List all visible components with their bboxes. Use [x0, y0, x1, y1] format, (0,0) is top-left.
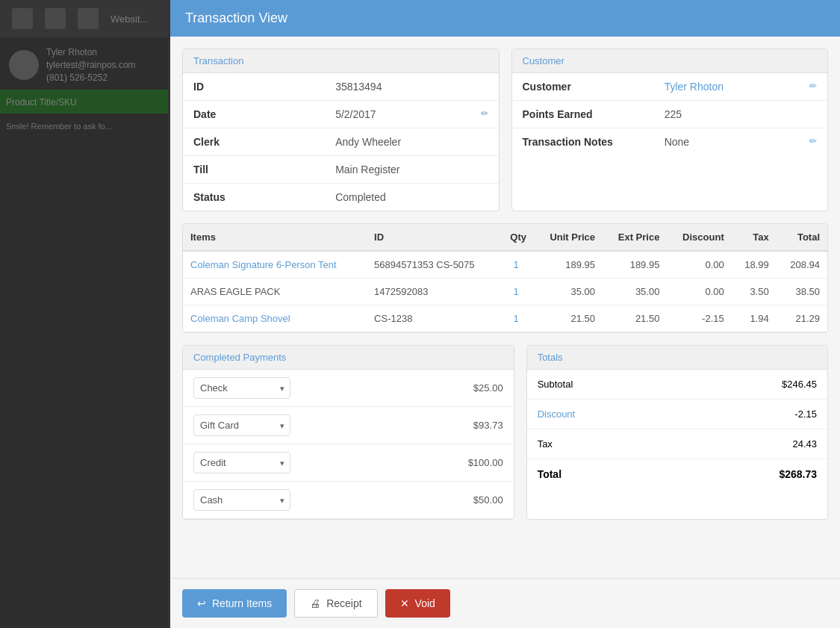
payment-method-select[interactable]: Cash: [193, 489, 290, 511]
payment-method-select[interactable]: Credit: [193, 452, 290, 473]
items-card: Items ID Qty Unit Price Ext Price Discou…: [182, 223, 828, 333]
table-row: Transaction Notes None ✏: [512, 128, 828, 156]
table-row: Clerk Andy Wheeler: [183, 128, 499, 156]
payments-card: Completed Payments Check $25.00 Gift Car…: [182, 345, 514, 520]
totals-header: Totals: [527, 346, 827, 370]
item-discount: 0.00: [667, 279, 731, 305]
notes-edit-icon[interactable]: ✏: [809, 136, 817, 146]
notes-value: None ✏: [654, 128, 827, 156]
item-unit-price: 35.00: [534, 279, 603, 305]
payments-container: Check $25.00 Gift Card $93.73 Credit $10…: [183, 370, 514, 519]
item-ext-price: 189.95: [603, 251, 667, 279]
payment-amount: $100.00: [468, 457, 503, 468]
item-tax: 1.94: [732, 305, 777, 332]
item-ext-price: 21.50: [603, 305, 667, 332]
times-icon: ✕: [400, 597, 409, 609]
customer-card: Customer Customer Tyler Rhoton ✏ Points …: [511, 49, 829, 211]
top-row: Transaction ID 35813494 Date 5/2/2017 ✏: [182, 49, 828, 211]
void-button[interactable]: ✕ Void: [385, 589, 450, 618]
col-total: Total: [777, 224, 827, 251]
table-row: Status Completed: [183, 184, 499, 211]
date-value: 5/2/2017 ✏: [325, 101, 498, 128]
payment-amount: $93.73: [473, 420, 503, 431]
item-id: 56894571353 CS-5075: [367, 251, 498, 279]
customer-table: Customer Tyler Rhoton ✏ Points Earned 22…: [512, 73, 828, 155]
item-unit-price: 21.50: [534, 305, 603, 332]
payment-amount: $50.00: [473, 494, 503, 506]
payment-method-wrap[interactable]: Check: [193, 377, 290, 399]
modal-title: Transaction View: [185, 10, 287, 25]
totals-table: Subtotal $246.45 Discount -2.15 Tax 24.4…: [527, 370, 827, 489]
items-table: Items ID Qty Unit Price Ext Price Discou…: [183, 224, 827, 332]
return-items-button[interactable]: ↩ Return Items: [182, 589, 287, 618]
transaction-table: ID 35813494 Date 5/2/2017 ✏ Clerk: [183, 73, 499, 211]
transaction-card: Transaction ID 35813494 Date 5/2/2017 ✏: [182, 49, 500, 211]
item-name[interactable]: Coleman Signature 6-Person Tent: [183, 251, 367, 279]
subtotal-label: Subtotal: [527, 370, 677, 400]
table-row: Points Earned 225: [512, 101, 828, 128]
item-unit-price: 189.95: [534, 251, 603, 279]
customer-label: Customer: [512, 73, 654, 101]
item-name[interactable]: Coleman Camp Shovel: [183, 305, 367, 332]
col-qty: Qty: [498, 224, 534, 251]
date-edit-icon[interactable]: ✏: [481, 108, 488, 119]
item-tax: 18.99: [732, 251, 777, 279]
payment-method-wrap[interactable]: Cash: [193, 489, 290, 511]
total-value: $268.73: [677, 459, 827, 490]
till-label: Till: [183, 156, 325, 184]
col-discount: Discount: [667, 224, 731, 251]
col-items: Items: [183, 224, 367, 251]
item-qty: 1: [498, 251, 534, 279]
table-row: Discount -2.15: [527, 400, 827, 429]
printer-icon: 🖨: [310, 597, 320, 609]
discount-label: Discount: [527, 400, 677, 429]
payment-method-select[interactable]: Check: [193, 377, 290, 399]
id-value: 35813494: [325, 73, 498, 101]
tax-label: Tax: [527, 429, 677, 459]
payment-method-wrap[interactable]: Gift Card: [193, 414, 290, 436]
payment-row: Cash $50.00: [183, 482, 514, 519]
payment-row: Gift Card $93.73: [183, 407, 514, 444]
item-id: CS-1238: [367, 305, 498, 332]
status-label: Status: [183, 184, 325, 211]
col-tax: Tax: [732, 224, 777, 251]
table-row: Tax 24.43: [527, 429, 827, 459]
table-row: Subtotal $246.45: [527, 370, 827, 400]
item-tax: 3.50: [732, 279, 777, 305]
item-ext-price: 35.00: [603, 279, 667, 305]
col-id: ID: [367, 224, 498, 251]
payment-row: Credit $100.00: [183, 444, 514, 482]
item-discount: 0.00: [667, 251, 731, 279]
payments-header: Completed Payments: [183, 346, 514, 370]
notes-label: Transaction Notes: [512, 128, 654, 156]
item-total: 21.29: [777, 305, 827, 332]
modal-body: Transaction ID 35813494 Date 5/2/2017 ✏: [170, 37, 840, 578]
points-value: 225: [654, 101, 827, 128]
table-row: ARAS EAGLE PACK 1472592083 1 35.00 35.00…: [183, 279, 827, 305]
table-row: Date 5/2/2017 ✏: [183, 101, 499, 128]
return-arrow-icon: ↩: [197, 597, 206, 609]
items-header-row: Items ID Qty Unit Price Ext Price Discou…: [183, 224, 827, 251]
col-ext-price: Ext Price: [603, 224, 667, 251]
receipt-button[interactable]: 🖨 Receipt: [294, 589, 377, 618]
payment-row: Check $25.00: [183, 370, 514, 407]
totals-card: Totals Subtotal $246.45 Discount -2.15: [526, 345, 828, 520]
clerk-value: Andy Wheeler: [325, 128, 498, 156]
item-name: ARAS EAGLE PACK: [183, 279, 367, 305]
table-row: Till Main Register: [183, 156, 499, 184]
item-qty: 1: [498, 279, 534, 305]
tax-value: 24.43: [677, 429, 827, 459]
item-total: 38.50: [777, 279, 827, 305]
points-label: Points Earned: [512, 101, 654, 128]
item-discount: -2.15: [667, 305, 731, 332]
discount-value: -2.15: [677, 400, 827, 429]
payment-method-select[interactable]: Gift Card: [193, 414, 290, 436]
transaction-modal: Transaction View Transaction ID 35813494: [170, 0, 840, 628]
col-unit-price: Unit Price: [534, 224, 603, 251]
item-qty: 1: [498, 305, 534, 332]
customer-edit-icon[interactable]: ✏: [809, 81, 817, 91]
customer-value: Tyler Rhoton ✏: [654, 73, 827, 101]
payment-method-wrap[interactable]: Credit: [193, 452, 290, 473]
customer-card-header: Customer: [512, 49, 828, 73]
table-row: ID 35813494: [183, 73, 499, 101]
